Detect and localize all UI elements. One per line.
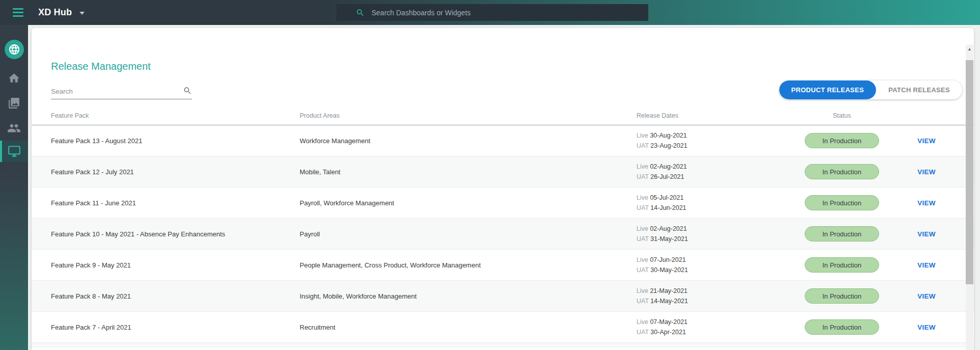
table-search-field[interactable]	[51, 86, 192, 99]
feature-pack-cell: Feature Pack 13 - August 2021	[51, 137, 300, 145]
scroll-up-button[interactable]: ▲	[966, 45, 973, 53]
feature-pack-cell: Feature Pack 10 - May 2021 - Absence Pay…	[51, 230, 300, 238]
view-button[interactable]: VIEW	[917, 324, 936, 331]
product-areas-cell: Workforce Management	[300, 137, 637, 145]
table-search-input[interactable]	[51, 88, 183, 95]
view-button[interactable]: VIEW	[917, 168, 936, 176]
live-label: Live	[637, 287, 648, 294]
status-badge: In Production	[805, 195, 879, 210]
status-badge: In Production	[805, 226, 879, 241]
status-badge: In Production	[805, 257, 879, 273]
sidebar-item-home[interactable]	[0, 72, 28, 85]
view-button[interactable]: VIEW	[917, 261, 936, 269]
live-date: 30-Aug-2021	[650, 132, 686, 139]
uat-date: 14-Jun-2021	[650, 204, 686, 211]
product-areas-cell: Payroll	[300, 230, 637, 238]
sidebar-item-dashboards[interactable]	[0, 97, 28, 110]
feature-pack-cell: Feature Pack 8 - May 2021	[51, 292, 300, 300]
uat-date: 14-May-2021	[650, 298, 688, 305]
uat-label: UAT	[637, 142, 649, 149]
view-button[interactable]: VIEW	[917, 137, 936, 145]
live-label: Live	[637, 225, 648, 232]
page-title: Release Management	[51, 61, 974, 72]
global-search-bar[interactable]	[336, 4, 648, 21]
sidebar-nav	[0, 25, 28, 350]
view-button[interactable]: VIEW	[917, 230, 936, 238]
live-label: Live	[637, 256, 648, 263]
release-dates-cell: Live 02-Aug-2021 UAT 31-May-2021	[637, 224, 805, 244]
top-app-bar: XD Hub	[0, 0, 980, 25]
table-row: Feature Pack 7 - April 2021 Recruitment …	[32, 312, 974, 343]
column-header-product-areas: Product Areas	[300, 112, 637, 119]
uat-label: UAT	[637, 173, 649, 180]
uat-label: UAT	[637, 329, 649, 336]
sidebar-item-people[interactable]	[0, 121, 28, 135]
product-areas-cell: Payroll, Workforce Management	[300, 199, 637, 207]
app-title[interactable]: XD Hub	[38, 7, 72, 18]
menu-icon[interactable]	[13, 6, 23, 19]
product-areas-cell: Insight, Mobile, Workforce Management	[300, 292, 637, 300]
uat-label: UAT	[637, 235, 649, 243]
chevron-down-icon[interactable]	[80, 12, 85, 15]
toolbar: PRODUCT RELEASES PATCH RELEASES	[51, 80, 962, 99]
uat-date: 26-Jul-2021	[650, 173, 684, 180]
column-header-release-dates: Release Dates	[637, 112, 805, 119]
vertical-scrollbar[interactable]: ▲	[966, 45, 973, 350]
uat-label: UAT	[637, 204, 649, 211]
sidebar-item-releases[interactable]	[0, 141, 28, 162]
table-row: Feature Pack 10 - May 2021 - Absence Pay…	[32, 219, 974, 250]
live-label: Live	[637, 318, 648, 326]
uat-label: UAT	[637, 266, 649, 274]
table-row: Feature Pack 13 - August 2021 Workforce …	[32, 125, 974, 156]
uat-label: UAT	[637, 298, 649, 305]
tab-patch-releases[interactable]: PATCH RELEASES	[876, 80, 962, 99]
live-date: 05-Jul-2021	[650, 194, 683, 201]
product-areas-cell: Recruitment	[300, 324, 637, 331]
column-header-status: Status	[833, 112, 851, 119]
status-badge: In Production	[805, 288, 879, 304]
live-label: Live	[637, 132, 648, 139]
feature-pack-cell: Feature Pack 7 - April 2021	[51, 324, 300, 331]
globe-icon	[8, 43, 20, 56]
home-icon	[8, 72, 20, 85]
status-badge: In Production	[805, 319, 879, 335]
live-date: 02-Aug-2021	[650, 225, 686, 232]
feature-pack-cell: Feature Pack 11 - June 2021	[51, 199, 300, 207]
menu-icon-bar	[13, 15, 23, 17]
people-icon	[7, 121, 21, 135]
uat-date: 23-Aug-2021	[650, 142, 687, 149]
avatar	[5, 40, 24, 59]
monitor-icon	[8, 145, 21, 158]
menu-icon-bar	[13, 8, 23, 10]
uat-date: 31-May-2021	[650, 235, 688, 243]
release-dates-cell: Live 30-Aug-2021 UAT 23-Aug-2021	[637, 130, 805, 151]
live-label: Live	[637, 194, 648, 201]
column-header-feature-pack: Feature Pack	[51, 112, 300, 119]
release-dates-cell: Live 07-Jun-2021 UAT 30-May-2021	[637, 255, 805, 275]
view-button[interactable]: VIEW	[917, 199, 936, 207]
scrollbar-thumb[interactable]	[966, 60, 973, 284]
sidebar-item-globe[interactable]	[0, 40, 28, 59]
feature-pack-cell: Feature Pack 9 - May 2021	[51, 261, 300, 269]
table-header: Feature Pack Product Areas Release Dates…	[32, 106, 974, 125]
live-date: 07-Jun-2021	[650, 256, 685, 263]
table-row: Feature Pack 8 - May 2021 Insight, Mobil…	[32, 281, 974, 312]
table-row: Feature Pack 9 - May 2021 People Managem…	[32, 250, 974, 281]
live-label: Live	[637, 163, 648, 170]
live-date: 07-May-2021	[650, 318, 687, 326]
release-dates-cell: Live 21-May-2021 UAT 14-May-2021	[637, 286, 805, 306]
uat-date: 30-May-2021	[650, 266, 688, 274]
menu-icon-bar	[13, 12, 23, 13]
live-date: 02-Aug-2021	[650, 163, 686, 170]
live-date: 21-May-2021	[650, 287, 687, 294]
uat-date: 30-Apr-2021	[650, 329, 686, 336]
release-dates-cell: Live 05-Jul-2021 UAT 14-Jun-2021	[637, 193, 805, 213]
table-row: Feature Pack 12 - July 2021 Mobile, Tale…	[32, 156, 974, 187]
global-search-input[interactable]	[372, 9, 648, 17]
release-type-toggle: PRODUCT RELEASES PATCH RELEASES	[779, 80, 963, 99]
search-icon	[356, 8, 365, 17]
tab-product-releases[interactable]: PRODUCT RELEASES	[779, 80, 877, 99]
active-indicator	[0, 141, 2, 162]
status-badge: In Production	[805, 133, 879, 148]
view-button[interactable]: VIEW	[917, 292, 936, 300]
